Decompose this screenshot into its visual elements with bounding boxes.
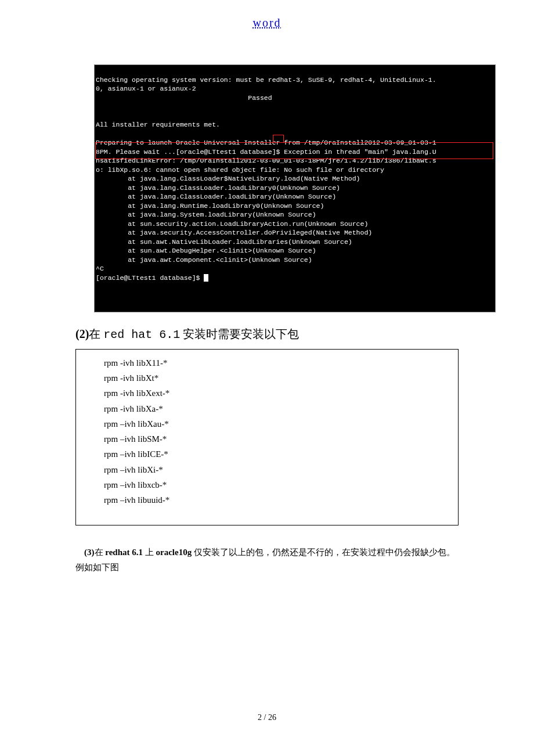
page-content: Checking operating system version: must … (0, 30, 534, 575)
terminal-trace: at sun.security.action.LoadLibraryAction… (96, 220, 368, 228)
terminal-line: Passed (96, 94, 272, 102)
section-3-paragraph: (3)在 redhat 6.1 上 oracle10g 仅安装了以上的包，仍然还… (75, 545, 459, 575)
terminal-trace: at sun.awt.DebugHelper.<clinit>(Unknown … (96, 247, 316, 254)
indent (75, 548, 84, 557)
terminal-line: 0, asianux-1 or asianux-2 (96, 85, 196, 92)
terminal-line: All installer requirements met. (96, 121, 220, 128)
bold-redhat: redhat 6.1 (105, 548, 143, 557)
rpm-line: rpm -ivh libXt* (104, 370, 448, 386)
cursor-icon (204, 274, 208, 282)
terminal-trace: at sun.awt.NativeLibLoader.loadLibraries… (96, 238, 352, 246)
bold-oracle: oracle10g (156, 548, 192, 557)
rpm-command-box: rpm -ivh libX11-* rpm -ivh libXt* rpm -i… (75, 349, 459, 526)
section-suffix: 安装时需要安装以下包 (180, 327, 299, 340)
section-2-title: (2)在 red hat 6.1 安装时需要安装以下包 (75, 326, 459, 342)
rpm-line: rpm –ivh libSM-* (104, 431, 448, 447)
page-header: word (0, 0, 534, 30)
terminal-prompt: [oracle@LTtest1 database]$ (96, 274, 204, 282)
section-redhat: red hat 6.1 (103, 328, 180, 341)
terminal-trace: at java.lang.ClassLoader.loadLibrary0(Un… (96, 184, 340, 192)
section-text: 在 (89, 327, 103, 340)
terminal-trace: at java.lang.ClassLoader$NativeLibrary.l… (96, 175, 360, 182)
terminal-trace: at java.lang.ClassLoader.loadLibrary(Unk… (96, 193, 336, 200)
page-number: 2 / 26 (258, 713, 276, 722)
header-title: word (252, 16, 281, 29)
terminal-line-part: satisfiedLinkError: /tmp/OraInstall2012-… (100, 157, 432, 164)
rpm-line: rpm -ivh libX11-* (104, 355, 448, 370)
terminal-trace: at java.lang.System.loadLibrary(Unknown … (96, 211, 316, 218)
rpm-line: rpm -ivh libXext-* (104, 386, 448, 401)
terminal-trace: at java.security.AccessController.doPriv… (96, 229, 372, 236)
terminal-line-part: o (96, 166, 100, 174)
rpm-line: rpm -ivh libXa-* (104, 401, 448, 416)
rpm-line: rpm –ivh libICE-* (104, 447, 448, 462)
rpm-line: rpm –ivh libXau-* (104, 416, 448, 431)
terminal-line-part: Exception in thread "main" java.lang.U (280, 148, 436, 156)
rpm-line: rpm –ivh libuuid-* (104, 492, 448, 507)
page-footer: 2 / 26 (0, 713, 534, 722)
terminal-trace: at java.lang.Runtime.loadLibrary0(Unknow… (96, 202, 324, 210)
text-part: 上 (143, 548, 156, 557)
terminal-line-part: n (96, 157, 100, 164)
terminal-trace: at java.awt.Component.<clinit>(Unknown S… (96, 256, 312, 264)
terminal-line: Checking operating system version: must … (96, 76, 436, 84)
terminal-screenshot: Checking operating system version: must … (94, 64, 496, 312)
terminal-line-part: : libXp.so.6: cannot open shared object … (100, 166, 384, 174)
rpm-line: rpm –ivh libXi-* (104, 462, 448, 477)
section-num: (2) (75, 327, 89, 340)
terminal-line-part: 8PM. Please wait ...[oracle@LTtest1 data… (96, 148, 276, 156)
terminal-line: ^C (96, 265, 104, 272)
rpm-line: rpm –ivh libxcb-* (104, 477, 448, 492)
terminal-line-part: s (432, 157, 436, 164)
section-num: (3) (84, 548, 95, 557)
terminal-line: Preparing to launch Oracle Universal Ins… (96, 139, 436, 146)
text-part: 在 (95, 548, 106, 557)
